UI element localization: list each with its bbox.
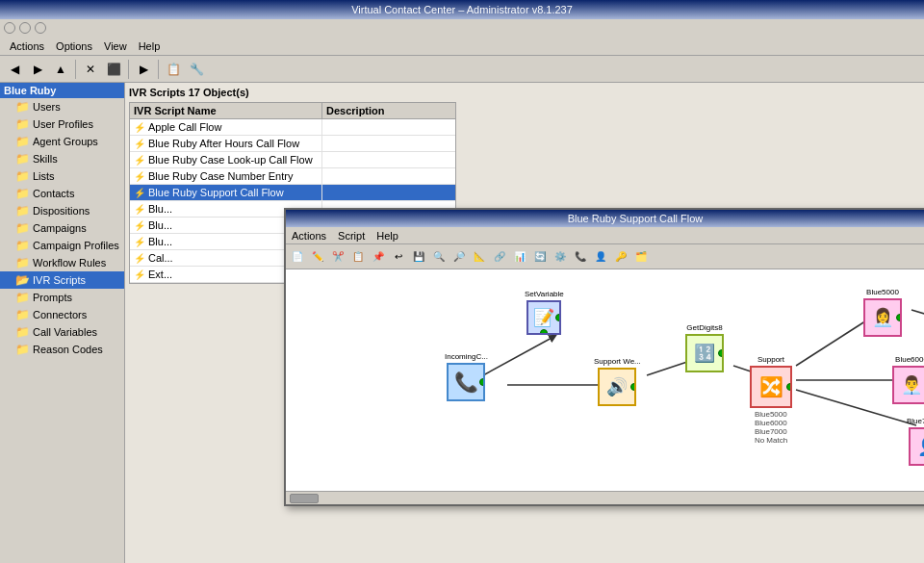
node-blue6000-icon: 👨‍💼: [901, 374, 922, 396]
sidebar-label-ivrscripts: IVR Scripts: [33, 274, 86, 286]
flow-tb-icon1[interactable]: 🔍: [429, 247, 449, 267]
toolbar-sep3: [158, 60, 159, 79]
flow-tb-icon3[interactable]: 📐: [470, 247, 489, 267]
folder-icon-ivrscripts: 📂: [15, 273, 30, 287]
node-setvar-out: [555, 314, 561, 321]
flow-tb-cut[interactable]: ✂️: [328, 247, 347, 267]
node-supportwe[interactable]: Support We... 🔊: [594, 356, 641, 406]
flow-tb-icon10[interactable]: 🔑: [611, 247, 630, 267]
sidebar-item-campaigns[interactable]: 📁 Campaigns: [0, 219, 124, 237]
toolbar-up[interactable]: ▲: [50, 59, 71, 80]
flow-tb-icon2[interactable]: 🔎: [449, 247, 469, 267]
sidebar-item-ivrscripts[interactable]: 📂 IVR Scripts: [0, 271, 124, 289]
node-support-switch[interactable]: Support 🔀 Blue5000Blue6000Blue7000No Mat…: [750, 354, 792, 445]
sidebar-item-contacts[interactable]: 📁 Contacts: [0, 185, 124, 202]
sidebar-label-connectors: Connectors: [33, 309, 87, 320]
menu-help[interactable]: Help: [133, 38, 167, 54]
flow-menu-help[interactable]: Help: [371, 229, 404, 243]
flow-tb-icon11[interactable]: 🗂️: [631, 247, 651, 267]
node-support-out: [786, 383, 792, 391]
node-blue5000[interactable]: Blue5000 👩‍💼: [863, 287, 902, 337]
script-icon-5: ⚡: [134, 204, 145, 215]
close-btn[interactable]: [4, 22, 15, 34]
menu-view[interactable]: View: [98, 38, 133, 54]
sidebar-item-connectors[interactable]: 📁 Connectors: [0, 306, 124, 323]
toolbar-stop[interactable]: ⬛: [103, 59, 124, 80]
flow-tb-icon9[interactable]: 👤: [591, 247, 610, 267]
menu-options[interactable]: Options: [50, 38, 98, 54]
toolbar-delete[interactable]: ✕: [80, 59, 101, 80]
sidebar-item-workflowrules[interactable]: 📁 Workflow Rules: [0, 254, 124, 271]
ivr-row-0[interactable]: ⚡ Apple Call Flow: [130, 119, 455, 136]
svg-line-0: [483, 337, 553, 375]
node-incoming[interactable]: IncomingC... 📞: [445, 351, 488, 401]
flow-tb-paste[interactable]: 📌: [369, 247, 388, 267]
flow-tb-icon6[interactable]: 🔄: [530, 247, 550, 267]
sidebar-item-lists[interactable]: 📁 Lists: [0, 167, 124, 185]
node-setvar[interactable]: SetVariable 📝: [525, 289, 564, 335]
node-incoming-box[interactable]: 📞: [447, 363, 485, 401]
flow-tb-icon5[interactable]: 📊: [510, 247, 529, 267]
ivr-row-3[interactable]: ⚡ Blue Ruby Case Number Entry: [130, 168, 455, 185]
maximize-btn[interactable]: [35, 22, 46, 34]
node-blue6000-box[interactable]: 👨‍💼: [892, 366, 924, 404]
sidebar-item-skills[interactable]: 📁 Skills: [0, 150, 124, 167]
sidebar-item-callvariables[interactable]: 📁 Call Variables: [0, 323, 124, 341]
flow-menu-script[interactable]: Script: [332, 229, 371, 243]
flow-tb-icon4[interactable]: 🔗: [490, 247, 509, 267]
flow-tb-edit[interactable]: ✏️: [308, 247, 327, 267]
minimize-btn[interactable]: [19, 22, 31, 34]
scroll-thumb-h[interactable]: [290, 494, 319, 503]
flow-scrollbar-horizontal[interactable]: [286, 491, 924, 504]
sidebar-item-users[interactable]: 📁 Users: [0, 98, 124, 115]
ivr-row-1[interactable]: ⚡ Blue Ruby After Hours Call Flow: [130, 136, 455, 152]
folder-icon-callvariables: 📁: [15, 325, 30, 339]
sidebar-item-agentgroups[interactable]: 📁 Agent Groups: [0, 133, 124, 150]
node-blue7000[interactable]: Blue7000_O 👤: [907, 416, 924, 466]
node-setvar-box[interactable]: 📝: [526, 300, 561, 335]
sidebar-item-reasoncodes[interactable]: 📁 Reason Codes: [0, 341, 124, 358]
sidebar-item-userprofiles[interactable]: 📁 User Profiles: [0, 115, 124, 133]
sidebar-item-dispositions[interactable]: 📁 Dispositions: [0, 202, 124, 219]
sidebar-label-skills: Skills: [33, 153, 58, 165]
menu-actions[interactable]: Actions: [4, 38, 50, 54]
sidebar-item-campaignprofiles[interactable]: 📁 Campaign Profiles: [0, 237, 124, 254]
title-bar: Virtual Contact Center – Administrator v…: [0, 0, 924, 19]
ivr-row-2[interactable]: ⚡ Blue Ruby Case Look-up Call Flow: [130, 152, 455, 168]
node-support-options: Blue5000Blue6000Blue7000No Match: [755, 410, 787, 445]
node-blue6000[interactable]: Blue6000 👨‍💼: [892, 354, 924, 404]
flow-tb-icon8[interactable]: 📞: [571, 247, 590, 267]
node-supportwe-box[interactable]: 🔊: [598, 368, 636, 406]
node-getdigits[interactable]: GetDigits8 🔢: [685, 322, 724, 372]
node-getdigits-box[interactable]: 🔢: [685, 334, 724, 372]
flow-tb-copy[interactable]: 📋: [348, 247, 368, 267]
sidebar-label-dispositions: Dispositions: [33, 205, 90, 217]
toolbar-back[interactable]: ◀: [4, 59, 25, 80]
flow-tb-icon7[interactable]: ⚙️: [551, 247, 570, 267]
flow-tb-save[interactable]: 💾: [409, 247, 428, 267]
flow-tb-undo[interactable]: ↩: [389, 247, 408, 267]
node-getdigits-icon: 🔢: [694, 343, 715, 364]
node-supportwe-out: [630, 383, 636, 391]
node-blue7000-label: Blue7000_O: [907, 417, 924, 425]
ivr-row-4[interactable]: ⚡ Blue Ruby Support Call Flow: [130, 185, 455, 201]
node-blue5000-box[interactable]: 👩‍💼: [863, 298, 902, 337]
toolbar-icon2[interactable]: 🔧: [186, 59, 207, 80]
flow-canvas[interactable]: SetVariable 📝 IncomingC... 📞: [286, 269, 924, 491]
ivr-table-header: IVR Script Name Description: [130, 103, 455, 119]
sidebar: Blue Ruby 📁 Users 📁 User Profiles 📁 Agen…: [0, 83, 125, 563]
toolbar-run[interactable]: ▶: [133, 59, 154, 80]
flow-tb-new[interactable]: 📄: [288, 247, 307, 267]
node-blue7000-box[interactable]: 👤: [909, 427, 924, 466]
toolbar-forward[interactable]: ▶: [27, 59, 48, 80]
sidebar-item-prompts[interactable]: 📁 Prompts: [0, 289, 124, 306]
node-setvar-bot: [540, 329, 548, 335]
flow-menu: Actions Script Help: [286, 227, 924, 244]
node-support-box[interactable]: 🔀: [750, 366, 792, 408]
flow-menu-actions[interactable]: Actions: [286, 229, 332, 243]
folder-icon-campaigns: 📁: [15, 221, 30, 235]
toolbar-icon1[interactable]: 📋: [163, 59, 184, 80]
content-relative: IVR Scripts 17 Object(s) IVR Script Name…: [125, 83, 924, 563]
flow-window[interactable]: Blue Ruby Support Call Flow Actions Scri…: [284, 208, 924, 506]
node-blue5000-out: [896, 314, 902, 321]
